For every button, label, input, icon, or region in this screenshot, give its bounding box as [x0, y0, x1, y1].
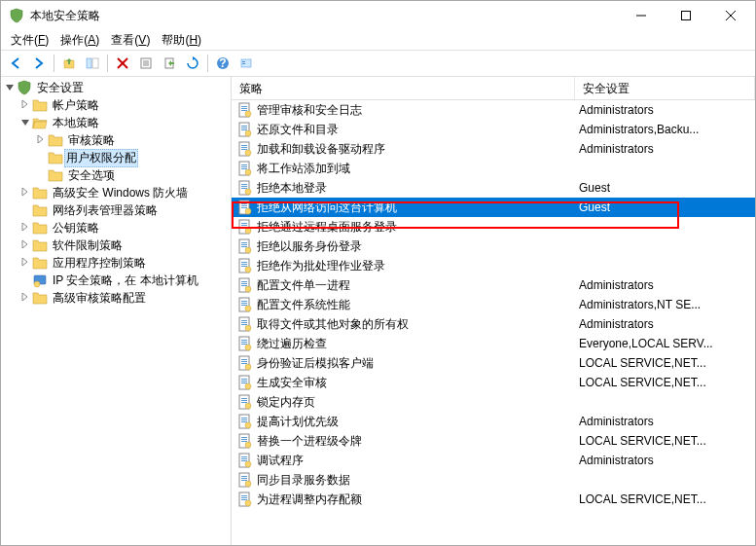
window-title: 本地安全策略 [30, 8, 619, 24]
list-row[interactable]: 配置文件单一进程Administrators [232, 275, 755, 295]
expand-arrow-icon[interactable] [18, 185, 32, 200]
policy-icon [237, 122, 253, 137]
back-button[interactable] [5, 53, 26, 74]
titlebar: 本地安全策略 [1, 1, 755, 30]
policy-icon [237, 394, 253, 410]
help-button[interactable]: ? [212, 53, 234, 74]
column-setting[interactable]: 安全设置 [575, 77, 755, 99]
tree-item[interactable]: 高级审核策略配置 [1, 289, 231, 307]
list-row[interactable]: 替换一个进程级令牌LOCAL SERVICE,NET... [232, 431, 755, 451]
expand-arrow-icon[interactable] [18, 115, 32, 130]
policy-text: 同步目录服务数据 [257, 472, 350, 489]
policy-text: 管理审核和安全日志 [257, 102, 362, 119]
expand-arrow-icon[interactable] [18, 255, 32, 271]
policy-text: 取得文件或其他对象的所有权 [257, 316, 409, 333]
policy-icon [237, 219, 253, 235]
policy-icon [237, 161, 253, 176]
policy-icon [237, 277, 253, 293]
minimize-button[interactable] [619, 1, 664, 30]
forward-button[interactable] [28, 53, 50, 74]
main-split: 安全设置帐户策略本地策略审核策略用户权限分配安全选项高级安全 Windows 防… [1, 77, 755, 545]
list-row[interactable]: 提高计划优先级Administrators [232, 412, 755, 431]
cell-policy: 生成安全审核 [232, 375, 575, 391]
list-body[interactable]: 管理审核和安全日志Administrators还原文件和目录Administra… [232, 100, 755, 545]
show-hide-tree-button[interactable] [82, 53, 103, 74]
list-row[interactable]: 拒绝本地登录Guest [232, 178, 755, 198]
expand-arrow-icon[interactable] [18, 97, 32, 113]
menu-f[interactable]: 文件(F) [5, 30, 54, 51]
tree-item[interactable]: 用户权限分配 [1, 149, 231, 166]
list-row[interactable]: 取得文件或其他对象的所有权Administrators [232, 314, 755, 334]
column-policy[interactable]: 策略 [232, 77, 575, 99]
tree-item[interactable]: 网络列表管理器策略 [1, 201, 231, 219]
policy-text: 身份验证后模拟客户端 [257, 355, 374, 372]
export-button[interactable] [159, 53, 180, 74]
menu-h[interactable]: 帮助(H) [156, 30, 207, 51]
list-row[interactable]: 拒绝作为批处理作业登录 [232, 256, 755, 275]
tree-item[interactable]: 安全选项 [1, 166, 231, 184]
folder-icon [32, 202, 48, 218]
cell-policy: 拒绝以服务身份登录 [232, 238, 575, 255]
tree-label: IP 安全策略，在 本地计算机 [51, 273, 200, 289]
list-row[interactable]: 生成安全审核LOCAL SERVICE,NET... [232, 373, 755, 392]
tree-item[interactable]: 高级安全 Windows 防火墙 [1, 184, 231, 201]
expand-arrow-icon[interactable] [3, 80, 17, 95]
policy-icon [237, 414, 253, 429]
list-row[interactable]: 配置文件系统性能Administrators,NT SE... [232, 295, 755, 314]
list-row[interactable]: 拒绝通过远程桌面服务登录 [232, 217, 755, 237]
cell-policy: 同步目录服务数据 [232, 472, 575, 489]
tree-panel[interactable]: 安全设置帐户策略本地策略审核策略用户权限分配安全选项高级安全 Windows 防… [1, 77, 232, 545]
list-row[interactable]: 身份验证后模拟客户端LOCAL SERVICE,NET... [232, 353, 755, 373]
menu-a[interactable]: 操作(A) [54, 30, 105, 51]
maximize-button[interactable] [664, 1, 708, 30]
list-row[interactable]: 绕过遍历检查Everyone,LOCAL SERV... [232, 334, 755, 353]
list-row[interactable]: 拒绝以服务身份登录 [232, 237, 755, 256]
cell-policy: 取得文件或其他对象的所有权 [232, 316, 575, 333]
policy-icon [237, 180, 253, 196]
cell-policy: 配置文件系统性能 [232, 297, 575, 313]
up-button[interactable] [58, 53, 80, 74]
menu-v[interactable]: 查看(V) [105, 30, 156, 51]
properties-button[interactable] [135, 53, 157, 74]
policy-text: 配置文件系统性能 [257, 297, 350, 313]
svg-rect-13 [92, 58, 98, 68]
folder-icon [48, 132, 63, 148]
tree-item[interactable]: IP 安全策略，在 本地计算机 [1, 272, 231, 289]
tree-label: 网络列表管理器策略 [51, 202, 160, 219]
tree-item[interactable]: 帐户策略 [1, 96, 231, 114]
tree-item[interactable]: 公钥策略 [1, 219, 231, 237]
tree-item[interactable]: 应用程序控制策略 [1, 254, 231, 272]
list-row[interactable]: 同步目录服务数据 [232, 470, 755, 490]
cell-policy: 提高计划优先级 [232, 414, 575, 430]
expand-arrow-icon[interactable] [18, 237, 32, 253]
policy-icon [237, 297, 253, 312]
list-row[interactable]: 将工作站添加到域 [232, 159, 755, 178]
list-row[interactable]: 管理审核和安全日志Administrators [232, 100, 755, 120]
list-row[interactable]: 加载和卸载设备驱动程序Administrators [232, 139, 755, 159]
expand-arrow-icon[interactable] [34, 132, 48, 148]
cell-policy: 拒绝通过远程桌面服务登录 [232, 219, 575, 236]
refresh-button[interactable] [182, 53, 203, 74]
list-row[interactable]: 为进程调整内存配额LOCAL SERVICE,NET... [232, 490, 755, 509]
tree-root[interactable]: 安全设置 [1, 79, 231, 96]
tree-label: 帐户策略 [51, 97, 101, 114]
close-button[interactable] [708, 1, 753, 30]
customize-button[interactable] [235, 53, 257, 74]
tree-label: 高级审核策略配置 [51, 290, 148, 307]
expand-arrow-icon[interactable] [18, 220, 32, 236]
policy-text: 拒绝通过远程桌面服务登录 [257, 219, 397, 236]
expand-arrow-icon[interactable] [18, 290, 32, 306]
policy-icon [237, 355, 253, 371]
tree-item[interactable]: 本地策略 [1, 114, 231, 131]
list-row[interactable]: 调试程序Administrators [232, 451, 755, 470]
delete-button[interactable] [112, 53, 133, 74]
list-row[interactable]: 还原文件和目录Administrators,Backu... [232, 120, 755, 139]
list-row[interactable]: 锁定内存页 [232, 392, 755, 412]
list-row[interactable]: 拒绝从网络访问这台计算机Guest [232, 198, 755, 217]
tree-item[interactable]: 软件限制策略 [1, 237, 231, 254]
cell-policy: 管理审核和安全日志 [232, 102, 575, 119]
cell-setting: Administrators [575, 415, 755, 428]
policy-icon [237, 375, 253, 390]
cell-setting: LOCAL SERVICE,NET... [575, 376, 755, 389]
tree-item[interactable]: 审核策略 [1, 131, 231, 149]
